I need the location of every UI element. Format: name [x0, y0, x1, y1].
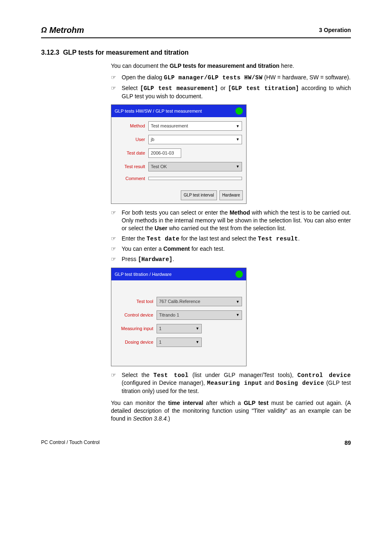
label-comment: Comment [115, 176, 148, 182]
instruction-list-3: ☞ Select the Test tool (list under GLP m… [111, 371, 351, 395]
bracket-text: [GLP test titration] [228, 85, 299, 92]
text: or [218, 85, 228, 91]
pointer-icon: ☞ [111, 74, 118, 82]
field-value: Titrando 1 [159, 312, 179, 318]
hardware-button[interactable]: Hardware [219, 190, 243, 200]
label-testdate: Test date [115, 150, 148, 156]
text: Open the dialog [122, 74, 164, 81]
label-testresult: Test result [115, 164, 148, 170]
section-heading: 3.12.3 GLP tests for measurement and tit… [41, 48, 351, 57]
help-icon[interactable] [235, 107, 243, 115]
text: Enter the [122, 235, 147, 242]
text: . [298, 235, 300, 242]
field-value: Test OK [151, 164, 167, 170]
brand: Ω Metrohm [41, 25, 84, 36]
text: for the last test and select the [180, 235, 258, 242]
mono-text: GLP manager/GLP tests HW/SW [164, 74, 263, 81]
measinput-dropdown[interactable]: 1▼ [157, 324, 202, 333]
chevron-down-icon: ▼ [236, 137, 240, 142]
field-value: 1 [159, 326, 161, 332]
dialog-glp-hardware: GLP test titration / Hardware Test tool … [111, 268, 247, 366]
omega-icon: Ω [41, 25, 47, 35]
label-user: User [115, 136, 148, 143]
method-dropdown[interactable]: Test measurement▼ [148, 121, 242, 131]
mono-text: Test tool [153, 372, 189, 379]
glp-interval-button[interactable]: GLP test interval [181, 190, 217, 200]
field-value: Test measurement [151, 123, 188, 129]
intro-paragraph: You can document the GLP tests for measu… [111, 62, 351, 70]
text: ) [168, 415, 170, 422]
brand-text: Metrohm [49, 25, 84, 36]
form-row-measinput: Measuring input 1▼ [115, 324, 242, 333]
testtool-dropdown[interactable]: 767 Calib.Reference▼ [157, 297, 242, 306]
pointer-icon: ☞ [111, 245, 118, 253]
text: who carried out the test from the select… [167, 225, 286, 231]
chevron-down-icon: ▼ [236, 124, 240, 129]
dialog-title-text: GLP tests HW/SW / GLP test measurement [115, 108, 202, 114]
list-item: ☞ Press [Hardware]. [111, 255, 351, 264]
text: You can enter a [122, 245, 163, 252]
footer-left: PC Control / Touch Control [41, 439, 100, 447]
pointer-icon: ☞ [111, 84, 118, 100]
mono-text: Dosing device [276, 380, 324, 386]
closing-paragraph: You can monitor the time interval after … [111, 399, 351, 423]
chevron-down-icon: ▼ [196, 326, 199, 331]
testresult-dropdown[interactable]: Test OK▼ [148, 162, 242, 171]
section-title-text: GLP tests for measurement and titration [63, 49, 189, 56]
text: . [173, 256, 174, 262]
bracket-text: [GLP test measurement] [140, 85, 218, 92]
label-measinput: Measuring input [115, 326, 157, 332]
form-row-user: User jb▼ [115, 135, 242, 144]
section-number: 3.12.3 [41, 49, 59, 56]
field-value: 2006-01-03 [151, 150, 174, 156]
text: (configured in Device manager), [122, 379, 207, 386]
user-dropdown[interactable]: jb▼ [148, 135, 242, 144]
help-icon[interactable] [235, 271, 243, 278]
form-row-dosingdevice: Dosing device 1▼ [115, 338, 242, 347]
bold-text: Comment [163, 245, 190, 252]
comment-input[interactable] [148, 177, 242, 180]
text: Select the [122, 372, 153, 378]
list-item: ☞ Enter the Test date for the last test … [111, 235, 351, 243]
form-row-testtool: Test tool 767 Calib.Reference▼ [115, 297, 242, 306]
text: here. [279, 62, 294, 69]
bold-text: Method [230, 209, 250, 216]
dialog-body: Test tool 767 Calib.Reference▼ Control d… [111, 280, 246, 365]
bold-text: GLP test [244, 400, 268, 406]
pointer-icon: ☞ [111, 235, 118, 243]
form-row-method: Method Test measurement▼ [115, 121, 242, 131]
bold-text: time interval [168, 400, 203, 406]
bracket-text: [Hardware] [138, 256, 173, 263]
mono-text: Test result [258, 236, 298, 242]
chevron-down-icon: ▼ [236, 312, 240, 317]
page-footer: PC Control / Touch Control 89 [41, 439, 351, 447]
dialog-glp-measurement: GLP tests HW/SW / GLP test measurement M… [111, 104, 247, 204]
text: for each test. [190, 245, 225, 252]
form-row-controldevice: Control device Titrando 1▼ [115, 310, 242, 320]
text: Press [122, 256, 138, 262]
page-header: Ω Metrohm 3 Operation [41, 25, 351, 38]
text: You can monitor the [111, 400, 168, 406]
bold-text: User [154, 225, 167, 231]
mono-text: Measuring input [207, 380, 263, 386]
text: and [263, 379, 276, 386]
mono-text: Control device [297, 372, 351, 379]
text: You can document the [111, 62, 170, 69]
field-value: 767 Calib.Reference [159, 298, 200, 305]
list-item: ☞ You can enter a Comment for each test. [111, 245, 351, 253]
label-controldevice: Control device [115, 312, 157, 318]
list-item: ☞ For both tests you can select or enter… [111, 209, 351, 232]
controldevice-dropdown[interactable]: Titrando 1▼ [157, 310, 242, 320]
chapter-label: 3 Operation [319, 26, 351, 34]
field-value: 1 [159, 339, 161, 345]
testdate-input[interactable]: 2006-01-03 [148, 148, 181, 158]
page-number: 89 [344, 439, 351, 447]
text: Select [122, 85, 140, 91]
dialog-titlebar: GLP tests HW/SW / GLP test measurement [111, 105, 246, 117]
dosingdevice-dropdown[interactable]: 1▼ [157, 338, 202, 347]
form-row-testresult: Test result Test OK▼ [115, 162, 242, 171]
label-method: Method [115, 123, 148, 129]
pointer-icon: ☞ [111, 209, 118, 232]
instruction-list-1: ☞ Open the dialog GLP manager/GLP tests … [111, 74, 351, 100]
italic-text: Section 3.8.4. [133, 415, 168, 422]
